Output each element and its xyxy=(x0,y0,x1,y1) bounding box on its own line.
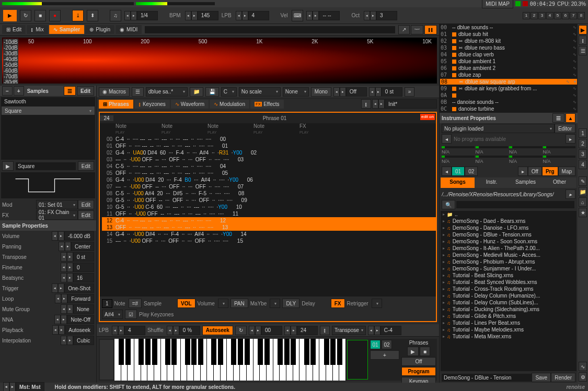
prop-interpolation[interactable]: ◂▸Cubic xyxy=(61,336,94,345)
play-sample-button[interactable]: ▶ xyxy=(2,161,14,171)
transpose-spinner[interactable]: ◂▸0 st xyxy=(369,87,402,97)
play-button[interactable]: ▶ xyxy=(3,10,17,21)
save-button[interactable]: 💾 xyxy=(205,87,219,97)
file-row[interactable]: ▸♫DemoSong - It-Alien - ThePath 2.00... xyxy=(441,245,577,252)
prop-trigger[interactable]: ◂▸One-Shot xyxy=(52,283,94,293)
sample-list[interactable]: SawtoothSquare xyxy=(1,97,95,160)
macro-slot[interactable]: N/A xyxy=(476,146,509,155)
browser-tab-samples[interactable]: Samples xyxy=(509,177,543,188)
chord-select[interactable]: None xyxy=(283,87,309,97)
preset-menu-button[interactable]: ☰ xyxy=(132,87,144,97)
page-5[interactable]: 5 xyxy=(554,12,561,19)
page-6[interactable]: 6 xyxy=(562,12,569,19)
search-input[interactable] xyxy=(456,201,574,208)
pattern-row[interactable]: 06G-4 ·· ·U00 D#4 20 ··· F-4 B0 ··· A#4 … xyxy=(102,176,436,183)
file-row[interactable]: ▸♫Tutorial - Delay Column (SubLines)... xyxy=(441,299,577,306)
phrase-editor[interactable]: edit on 24 Phrase 01 NotePLAYNotePLAYNot… xyxy=(99,112,437,322)
side-scopes-icon[interactable]: ⫿ xyxy=(579,35,587,45)
inst-prg-button[interactable]: Prg xyxy=(542,167,558,176)
tab-mix[interactable]: ⫿Mix xyxy=(27,25,48,34)
prop-playback[interactable]: ◂▸Autoseek xyxy=(52,325,94,335)
instrument-row[interactable]: 03⫘dblue neuro bass∿ xyxy=(440,44,578,51)
dly-button[interactable]: DLY xyxy=(282,299,299,308)
side-4[interactable]: 4 xyxy=(579,160,587,169)
save-song-button[interactable]: Save xyxy=(532,373,551,382)
phrase-slot-01[interactable]: 01 xyxy=(370,340,381,349)
subtab-modulation[interactable]: ∿ Modulation xyxy=(210,100,249,109)
shuffle-spinner[interactable]: ◂▸0 % xyxy=(167,326,200,335)
macros-button[interactable]: ◉ Macros xyxy=(99,87,130,97)
instrument-row[interactable]: 00-- dblue sounds --∿ xyxy=(440,24,578,31)
instrument-row[interactable]: 01dblue sub hit∿ xyxy=(440,31,578,38)
plugin-editor-button[interactable]: Editor xyxy=(555,124,575,133)
basenote-spinner[interactable]: ◂▸C-4 xyxy=(368,326,401,335)
instrument-list[interactable]: 00-- dblue sounds --∿01dblue sub hit∿02⫘… xyxy=(440,24,578,113)
pattern-row[interactable]: 01OFF ·· ···· --- -- ··· --- ·· ··· --- … xyxy=(102,143,436,149)
instrument-row[interactable]: 08⫘dblue saw square arp∿ xyxy=(440,78,578,85)
macro-slot[interactable]: N/A xyxy=(543,156,576,164)
page-buttons[interactable]: 12345678 xyxy=(523,12,585,19)
sample-item[interactable]: Square xyxy=(1,106,95,115)
phrase-play-button[interactable]: ▶ xyxy=(407,347,419,356)
add-sample-button[interactable]: + xyxy=(14,86,24,96)
file-row[interactable]: ▸♫DemoSong - Sunjammer - I Under... xyxy=(441,265,577,272)
inst-map-button[interactable]: Map xyxy=(558,167,575,176)
file-row[interactable]: ▸♫Tutorial - Beat Synced Wobbles.xrns xyxy=(441,279,577,286)
file-row[interactable]: ▸📁.. xyxy=(441,211,577,218)
phrase-pattern-body[interactable]: 00C-4 ·· ···· --- -- ··· --- ·· ··· --- … xyxy=(100,136,436,297)
phrase-slot-grid[interactable]: 01 02 + xyxy=(369,339,400,381)
stop-button[interactable]: ■ xyxy=(34,10,46,21)
view-spectrum-button[interactable]: ⫿⫿ xyxy=(424,25,437,34)
metronome-button[interactable]: ♫ xyxy=(110,10,121,21)
file-row[interactable]: ▸♫DemoSong - Danoise - LFO.xrns xyxy=(441,224,577,231)
side-pencil-icon[interactable]: ✎ xyxy=(579,176,587,186)
instrument-row[interactable]: 07dblue zap∿ xyxy=(440,72,578,78)
macro-slot[interactable]: N/A xyxy=(509,146,542,155)
maybe-select[interactable] xyxy=(270,299,280,308)
prop-mutegroup[interactable]: ◂▸None xyxy=(61,304,94,314)
subtab-effects[interactable]: FX Effects xyxy=(250,100,284,109)
sample-waveform-preview[interactable] xyxy=(1,172,95,198)
note-hash-button[interactable]: =# xyxy=(129,299,142,308)
record-button[interactable]: ● xyxy=(49,10,61,21)
phrase-list-button[interactable]: ⫿ xyxy=(361,99,371,109)
tab-sampler[interactable]: ∿Sampler xyxy=(49,25,84,34)
file-row[interactable]: ▸♫DemoSong - Hunz - Soon Soon.xrns xyxy=(441,238,577,245)
pattern-position[interactable]: ◂▸1/4 xyxy=(124,11,158,20)
fx-select[interactable]: 01: FX Chain 01 xyxy=(36,210,78,220)
base-note-select[interactable]: A#4 xyxy=(102,310,123,319)
render-button[interactable]: Render xyxy=(551,373,575,382)
phrase-stop-button[interactable]: ■ xyxy=(420,347,430,356)
file-row[interactable]: ▸♫DemoSong - Phobium - Abrupt.xrns xyxy=(441,258,577,265)
keytrack-icon[interactable]: ⫿ xyxy=(320,326,330,335)
prop-transpose[interactable]: ◂▸0 st xyxy=(61,252,94,262)
pattern-row[interactable]: 05OFF ·· ···· --- -- ··· --- ·· ··· --- … xyxy=(102,170,436,176)
file-row[interactable]: ▸♫Tutorial - Cross-Track Routing.xrns xyxy=(441,286,577,292)
follow-button[interactable]: ⤓ xyxy=(72,10,84,21)
scale-select[interactable]: No scale xyxy=(239,87,281,97)
glide-spinner[interactable]: ◂▸Off xyxy=(333,87,367,97)
pan-button[interactable]: PAN xyxy=(230,299,248,308)
prop-finetune[interactable]: ◂▸0 xyxy=(61,263,94,272)
file-browser[interactable]: ▸📁..▸♫DemoSong - Daed - Bears.xrns▸♫Demo… xyxy=(441,211,577,371)
macro-slot[interactable]: N/A xyxy=(442,146,475,155)
vel-spinner[interactable]: ◂▸-- -- xyxy=(306,11,340,20)
pattern-row[interactable]: 03--- ·· ·U00 OFF -- ··· OFF ·· ··· OFF … xyxy=(102,156,436,163)
instrument-row[interactable]: 0Cdanoise turbine∿ xyxy=(440,105,578,112)
keyboard-sliders[interactable] xyxy=(99,339,114,381)
file-row[interactable]: ▸♫DemoSong - Daed - Bears.xrns xyxy=(441,218,577,224)
vol-select[interactable] xyxy=(218,299,228,308)
pattern-row[interactable]: 10G-5 ·· ·U00 C-6 60 ··· --- ·· ··· --- … xyxy=(102,204,436,210)
expand-button[interactable]: » xyxy=(405,87,415,97)
phrase-lpb-spinner[interactable]: ◂▸4 xyxy=(112,326,145,335)
pattern-row[interactable]: 14G-4 ·· ·U00 D#4 ·· ··· F-4 ·· ··· A#4 … xyxy=(102,231,436,238)
file-row[interactable]: ▸♫Tutorial - Lines Per Beat.xrns xyxy=(441,319,577,326)
instrument-row[interactable]: 02⫘dblue rn-808 kit∿ xyxy=(440,38,578,44)
mono-button[interactable]: Mono xyxy=(311,87,331,97)
subtab-phrases[interactable]: ⊞ Phrases xyxy=(99,100,133,109)
subtab-waveform[interactable]: ∿ Waveform xyxy=(171,100,209,109)
phrase-off-button[interactable]: Off xyxy=(401,357,436,366)
side-1[interactable]: 1 xyxy=(579,128,587,138)
program-prev[interactable]: ◂ xyxy=(442,134,452,144)
vol-button[interactable]: VOL xyxy=(177,299,195,308)
